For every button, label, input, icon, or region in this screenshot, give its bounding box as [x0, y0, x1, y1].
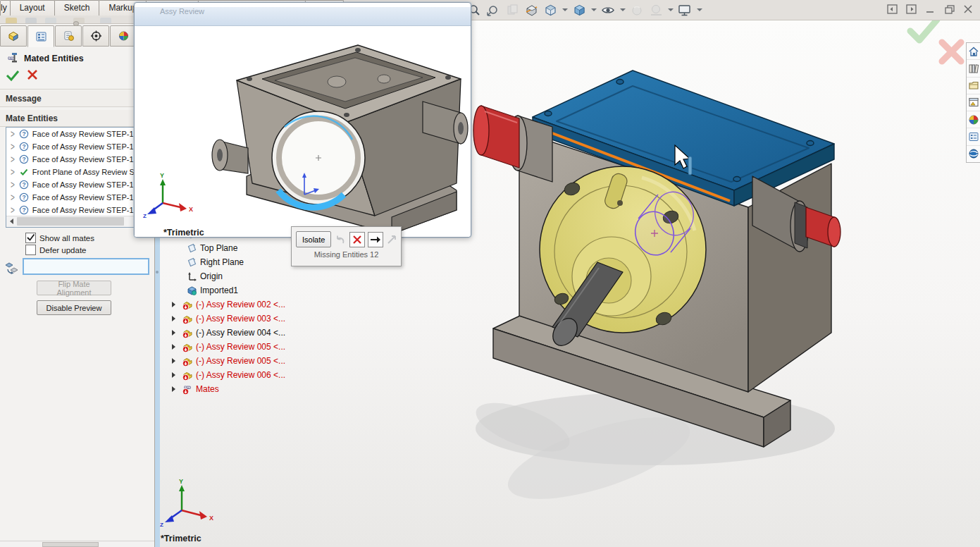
- section-view-icon[interactable]: [523, 2, 539, 18]
- tree-item-assy-review-003[interactable]: (-) Assy Review 003 <...: [167, 312, 322, 326]
- output-shaft[interactable]: [548, 262, 623, 350]
- tree-item-assy-review-002[interactable]: (-) Assy Review 002 <...: [167, 297, 322, 312]
- mate-selection-input[interactable]: [23, 258, 149, 275]
- tree-item-assy-review-006[interactable]: (-) Assy Review 006 <...: [167, 368, 322, 382]
- panel-horizontal-scrollbar[interactable]: [0, 541, 154, 547]
- mate-entity-row[interactable]: >Face of Assy Review STEP-1: [6, 153, 147, 166]
- expand-chevron-icon[interactable]: >: [11, 166, 15, 177]
- file-explorer-icon[interactable]: [967, 78, 980, 94]
- expand-arrow-icon[interactable]: [172, 316, 175, 321]
- ok-button[interactable]: [6, 69, 21, 83]
- display-style-icon[interactable]: [571, 2, 587, 18]
- expand-chevron-icon[interactable]: >: [11, 141, 15, 152]
- preview-window-titlebar[interactable]: Assy Review: [135, 7, 471, 26]
- defer-update-checkbox[interactable]: Defer update: [25, 245, 87, 255]
- sketch-profile[interactable]: [631, 188, 698, 259]
- replace-mate-entities-button[interactable]: [368, 232, 383, 247]
- highlighted-edge[interactable]: [538, 128, 730, 201]
- minimize-button[interactable]: [924, 4, 936, 15]
- zoom-to-area-icon[interactable]: [485, 2, 501, 18]
- delete-mate-button[interactable]: [349, 232, 365, 247]
- gearbox-top-cover[interactable]: [533, 70, 834, 206]
- expand-arrow-icon[interactable]: [172, 358, 175, 364]
- tree-item-assy-review-004[interactable]: (-) Assy Review 004 <...: [167, 326, 322, 340]
- disable-preview-button[interactable]: Disable Preview: [37, 300, 111, 315]
- view-orientation-icon[interactable]: [542, 2, 558, 18]
- gearbox-housing[interactable]: [519, 131, 831, 392]
- tab-layout[interactable]: Layout: [10, 0, 55, 16]
- list-horizontal-scrollbar[interactable]: [6, 216, 147, 227]
- scrollbar-thumb[interactable]: [42, 542, 99, 547]
- expand-arrow-icon[interactable]: [172, 386, 175, 392]
- expand-chevron-icon[interactable]: >: [11, 204, 15, 215]
- tab-assembly-partial[interactable]: ly: [0, 0, 11, 16]
- preview-window-viewport[interactable]: Y X Z *Trimetric: [135, 26, 469, 238]
- hide-show-items-icon[interactable]: [600, 2, 616, 18]
- splitter-handle[interactable]: [156, 271, 159, 274]
- open-in-window-icon[interactable]: [386, 234, 397, 245]
- mate-entities-section-header[interactable]: Mate Entities: [0, 110, 154, 127]
- cancel-button[interactable]: [27, 69, 41, 83]
- gearbox-base[interactable]: [493, 316, 790, 447]
- mate-entities-list[interactable]: >Face of Assy Review STEP-1 >Face of Ass…: [6, 127, 148, 228]
- mate-entity-row[interactable]: >Face of Assy Review STEP-1: [6, 191, 147, 204]
- expand-chevron-icon[interactable]: >: [11, 154, 15, 164]
- apply-scene-icon[interactable]: [648, 2, 664, 18]
- property-manager-tab[interactable]: [27, 25, 54, 47]
- collapse-left-pane-button[interactable]: [886, 4, 898, 15]
- hide-show-items-dropdown[interactable]: [620, 8, 626, 11]
- flip-mate-alignment-button[interactable]: Flip Mate Alignment: [37, 281, 111, 295]
- show-all-mates-checkbox[interactable]: Show all mates: [25, 233, 94, 243]
- mate-entity-row[interactable]: >Face of Assy Review STEP-1: [6, 140, 147, 153]
- configuration-manager-tab[interactable]: [55, 25, 82, 47]
- dimxpert-manager-tab[interactable]: [82, 25, 109, 47]
- solidworks-resources-icon[interactable]: [967, 146, 980, 162]
- expand-arrow-icon[interactable]: [172, 372, 175, 378]
- close-button[interactable]: [962, 4, 974, 15]
- expand-chevron-icon[interactable]: >: [11, 128, 15, 139]
- message-section-header[interactable]: Message: [0, 90, 154, 107]
- mate-entity-row[interactable]: >Face of Assy Review STEP-1: [6, 178, 147, 191]
- isolate-button[interactable]: Isolate: [296, 231, 331, 247]
- apply-scene-dropdown[interactable]: [668, 8, 674, 11]
- scrollbar-thumb[interactable]: [17, 217, 124, 226]
- appearances-icon[interactable]: [967, 111, 980, 128]
- feature-manager-tab[interactable]: [0, 25, 27, 47]
- tab-sketch[interactable]: Sketch: [54, 0, 100, 16]
- expand-arrow-icon[interactable]: [172, 344, 175, 350]
- design-library-icon[interactable]: [967, 60, 980, 77]
- tree-item-assy-review-005b[interactable]: (-) Assy Review 005 <...: [167, 354, 322, 368]
- display-manager-tab[interactable]: [110, 25, 137, 47]
- scroll-left-button[interactable]: [6, 216, 17, 226]
- mate-entity-row[interactable]: >Front Plane of Assy Review S: [6, 166, 147, 178]
- yellow-end-plate[interactable]: [540, 166, 706, 333]
- tree-item-origin[interactable]: Origin: [167, 269, 322, 283]
- edit-appearance-icon[interactable]: [629, 2, 645, 18]
- home-icon[interactable]: [967, 43, 980, 60]
- expand-chevron-icon[interactable]: >: [11, 179, 15, 190]
- svg-text:X: X: [189, 206, 193, 213]
- collapse-right-pane-button[interactable]: [905, 4, 917, 15]
- right-shaft[interactable]: [752, 176, 841, 252]
- view-settings-dropdown[interactable]: [697, 8, 702, 11]
- panel-collapse-handle[interactable]: [73, 21, 79, 26]
- view-palette-icon[interactable]: [967, 94, 980, 111]
- expand-chevron-icon[interactable]: >: [11, 192, 15, 202]
- view-orientation-dropdown[interactable]: [562, 8, 568, 11]
- tree-item-assy-review-005[interactable]: (-) Assy Review 005 <...: [167, 340, 322, 354]
- mate-preview-window[interactable]: Assy Review: [134, 2, 471, 238]
- restore-button[interactable]: [943, 4, 955, 15]
- tree-item-imported1[interactable]: Imported1: [167, 283, 322, 297]
- mate-entity-row[interactable]: >Face of Assy Review STEP-1: [6, 128, 147, 140]
- window-controls: [886, 4, 974, 15]
- previous-view-icon[interactable]: [504, 2, 520, 18]
- tree-item-mates[interactable]: Mates: [167, 382, 322, 396]
- custom-properties-icon[interactable]: [967, 128, 980, 145]
- undo-icon[interactable]: [334, 233, 347, 246]
- display-style-dropdown[interactable]: [591, 8, 597, 11]
- view-settings-icon[interactable]: [677, 2, 693, 18]
- expand-arrow-icon[interactable]: [172, 302, 175, 307]
- expand-arrow-icon[interactable]: [172, 330, 175, 336]
- left-shaft[interactable]: [473, 106, 552, 182]
- mate-entity-row[interactable]: >Face of Assy Review STEP-1: [6, 204, 147, 216]
